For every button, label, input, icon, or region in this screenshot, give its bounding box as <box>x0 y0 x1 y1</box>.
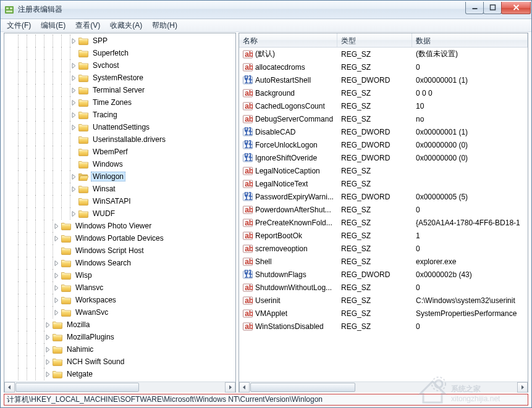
menu-file[interactable]: 文件(F) <box>2 19 36 32</box>
expander-icon[interactable] <box>53 296 60 304</box>
col-name[interactable]: 名称 <box>239 33 337 47</box>
list-row[interactable]: VMAppletREG_SZSystemPropertiesPerformanc… <box>239 307 528 320</box>
expander-icon[interactable] <box>70 210 77 217</box>
expander-icon[interactable] <box>53 222 60 230</box>
tree-item[interactable]: WbemPerf <box>4 146 235 158</box>
list-row[interactable]: PowerdownAfterShut...REG_SZ0 <box>239 203 528 216</box>
list-row[interactable]: ShutdownFlagsREG_DWORD0x0000002b (43) <box>239 268 528 281</box>
list-row[interactable]: ReportBootOkREG_SZ1 <box>239 229 528 242</box>
list-row[interactable]: CachedLogonsCountREG_SZ10 <box>239 99 528 112</box>
scroll-right-button[interactable] <box>517 382 528 393</box>
tree-item[interactable]: Windows Search <box>4 257 235 269</box>
menu-edit[interactable]: 编辑(E) <box>36 19 70 32</box>
list-row[interactable]: scremoveoptionREG_SZ0 <box>239 242 528 255</box>
tree-item[interactable]: WinSATAPI <box>4 195 235 207</box>
tree-item[interactable]: Workspaces <box>4 294 235 306</box>
expander-icon[interactable] <box>53 235 60 242</box>
tree-item[interactable]: Nahimic <box>4 343 235 356</box>
tree-item[interactable]: Svchost <box>4 59 235 72</box>
menu-help[interactable]: 帮助(H) <box>147 19 182 32</box>
maximize-button[interactable] <box>483 2 502 14</box>
tree-item[interactable]: Superfetch <box>4 47 235 59</box>
scroll-track[interactable] <box>15 382 225 393</box>
list-row[interactable]: UserinitREG_SZC:\Windows\system32\userin… <box>239 294 528 307</box>
expander-icon[interactable] <box>44 346 51 353</box>
string-value-icon <box>243 166 253 176</box>
list-row[interactable]: PreCreateKnownFold...REG_SZ{A520A1A4-178… <box>239 216 528 229</box>
scroll-thumb[interactable] <box>250 383 355 392</box>
tree-item[interactable]: Netgate <box>4 368 235 380</box>
list-row[interactable]: WinStationsDisabledREG_SZ0 <box>239 320 528 333</box>
tree-item[interactable]: SPP <box>4 35 235 47</box>
scroll-left-button[interactable] <box>239 382 250 393</box>
menu-favorites[interactable]: 收藏夹(A) <box>105 19 147 32</box>
expander-icon[interactable] <box>44 370 51 378</box>
titlebar[interactable]: 注册表编辑器 <box>1 1 531 19</box>
list-row[interactable]: AutoRestartShellREG_DWORD0x00000001 (1) <box>239 73 528 86</box>
scroll-right-button[interactable] <box>225 382 235 393</box>
minimize-button[interactable] <box>465 2 484 14</box>
tree-item[interactable]: MozillaPlugins <box>4 331 235 343</box>
expander-icon[interactable] <box>53 309 60 316</box>
col-data[interactable]: 数据 <box>412 33 528 47</box>
tree-item[interactable]: Wlansvc <box>4 281 235 294</box>
expander-icon[interactable] <box>53 259 60 267</box>
list-row[interactable]: ShellREG_SZexplorer.exe <box>239 255 528 268</box>
tree-item[interactable]: Winlogon <box>4 170 235 183</box>
list-row[interactable]: ForceUnlockLogonREG_DWORD0x00000000 (0) <box>239 138 528 151</box>
tree-item[interactable]: Windows Portable Devices <box>4 232 235 244</box>
list-row[interactable]: ShutdownWithoutLog...REG_SZ0 <box>239 281 528 294</box>
expander-icon[interactable] <box>53 284 60 291</box>
tree-item[interactable]: NCH Swift Sound <box>4 356 235 368</box>
expander-icon[interactable] <box>44 358 51 365</box>
expander-icon[interactable] <box>70 123 77 131</box>
close-button[interactable] <box>501 2 531 14</box>
expander-icon[interactable] <box>53 272 60 279</box>
tree-hscroll[interactable] <box>4 381 235 392</box>
tree-view[interactable]: SPPSuperfetchSvchostSystemRestoreTermina… <box>4 33 235 381</box>
value-type: REG_DWORD <box>337 141 412 149</box>
list-view[interactable]: (默认)REG_SZ(数值未设置)allocatecdromsREG_SZ0Au… <box>239 48 528 381</box>
list-row[interactable]: LegalNoticeTextREG_SZ <box>239 177 528 190</box>
tree-item[interactable]: Tracing <box>4 109 235 121</box>
tree-item[interactable]: Terminal Server <box>4 84 235 96</box>
expander-icon[interactable] <box>70 111 77 119</box>
list-row[interactable]: DebugServerCommandREG_SZno <box>239 112 528 125</box>
scroll-track[interactable] <box>250 382 517 393</box>
tree-item[interactable]: Windows <box>4 158 235 170</box>
list-hscroll[interactable] <box>239 381 528 392</box>
tree-item[interactable]: Userinstallable.drivers <box>4 133 235 146</box>
expander-icon[interactable] <box>70 173 77 180</box>
col-type[interactable]: 类型 <box>337 33 412 47</box>
tree-item[interactable]: UnattendSettings <box>4 121 235 133</box>
tree-item[interactable]: Time Zones <box>4 96 235 109</box>
tree-item[interactable]: WUDF <box>4 207 235 220</box>
tree-item[interactable]: Wisp <box>4 269 235 281</box>
expander-icon[interactable] <box>44 333 51 341</box>
expander-icon[interactable] <box>70 37 77 44</box>
tree-item[interactable]: SystemRestore <box>4 72 235 84</box>
expander-icon[interactable] <box>44 321 51 328</box>
expander-icon[interactable] <box>70 99 77 106</box>
tree-item[interactable]: WwanSvc <box>4 306 235 318</box>
tree-item-label: Terminal Server <box>91 85 146 95</box>
menu-view[interactable]: 查看(V) <box>70 19 105 32</box>
scroll-thumb[interactable] <box>15 383 139 392</box>
list-row[interactable]: (默认)REG_SZ(数值未设置) <box>239 48 528 60</box>
list-row[interactable]: LegalNoticeCaptionREG_SZ <box>239 164 528 177</box>
expander-icon[interactable] <box>70 74 77 81</box>
tree-item[interactable]: Windows Photo Viewer <box>4 220 235 232</box>
expander-icon[interactable] <box>70 185 77 193</box>
folder-icon <box>61 271 71 280</box>
list-row[interactable]: allocatecdromsREG_SZ0 <box>239 60 528 73</box>
expander-icon[interactable] <box>70 86 77 94</box>
tree-item[interactable]: Winsat <box>4 183 235 195</box>
tree-item[interactable]: Windows Script Host <box>4 244 235 257</box>
tree-item[interactable]: Mozilla <box>4 318 235 331</box>
list-row[interactable]: BackgroundREG_SZ0 0 0 <box>239 86 528 99</box>
scroll-left-button[interactable] <box>4 382 15 393</box>
list-row[interactable]: DisableCADREG_DWORD0x00000001 (1) <box>239 125 528 138</box>
list-row[interactable]: IgnoreShiftOverideREG_DWORD0x00000000 (0… <box>239 151 528 164</box>
expander-icon[interactable] <box>70 62 77 69</box>
list-row[interactable]: PasswordExpiryWarni...REG_DWORD0x0000000… <box>239 190 528 203</box>
